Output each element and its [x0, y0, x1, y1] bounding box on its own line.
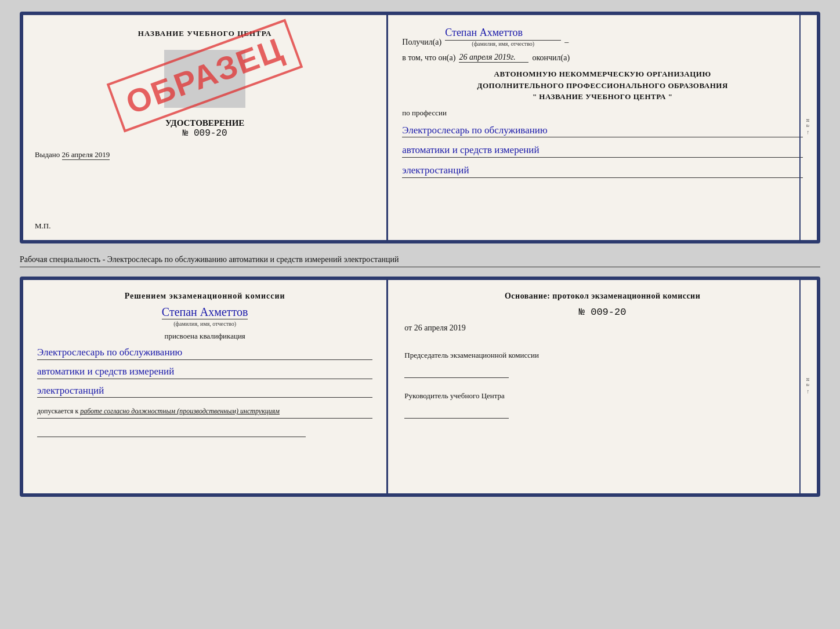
received-sub: (фамилия, имя, отчество) — [472, 41, 534, 47]
chairman-label: Председатель экзаменационной комиссии — [404, 350, 801, 361]
org-block: АВТОНОМНУЮ НЕКОММЕРЧЕСКУЮ ОРГАНИЗАЦИЮ ДО… — [402, 68, 803, 103]
profession-line2: автоматики и средств измерений — [402, 143, 803, 158]
allowed-row: допускается к работе согласно должностны… — [37, 407, 372, 419]
confirm-end: окончил(а) — [532, 53, 570, 63]
top-document: НАЗВАНИЕ УЧЕБНОГО ЦЕНТРА ОБРАЗЕЦ УДОСТОВ… — [20, 12, 820, 243]
issued-label: Выдано — [35, 150, 60, 159]
received-label: Получил(а) — [402, 38, 441, 47]
basis-title: Основание: протокол экзаменационной коми… — [404, 292, 801, 301]
issued-date: 26 апреля 2019 — [62, 150, 110, 160]
qual-line1: Электрослесарь по обслуживанию — [37, 346, 372, 360]
assigned-label: присвоена квалификация — [37, 332, 372, 341]
top-doc-left: НАЗВАНИЕ УЧЕБНОГО ЦЕНТРА ОБРАЗЕЦ УДОСТОВ… — [23, 15, 388, 240]
from-label: от — [404, 323, 412, 332]
stamp-placeholder — [164, 50, 245, 108]
institution-title-top: НАЗВАНИЕ УЧЕБНОГО ЦЕНТРА — [138, 29, 272, 38]
protocol-number: № 009-20 — [404, 307, 801, 318]
director-label: Руководитель учебного Центра — [404, 391, 801, 401]
allowed-label: допускается к — [37, 407, 78, 415]
mp-label: М.П. — [35, 221, 50, 231]
decision-title: Решением экзаменационной комиссии — [37, 292, 372, 301]
sidebar-marks-bottom: и а ← — [805, 378, 812, 395]
from-date: 26 апреля 2019 — [414, 323, 466, 332]
sidebar-marks: и а ← — [805, 119, 812, 136]
profession-line1: Электрослесарь по обслуживанию — [402, 123, 803, 138]
bottom-document: Решением экзаменационной комиссии Степан… — [20, 277, 820, 497]
confirm-text: в том, что он(а) — [402, 53, 455, 63]
confirm-date: 26 апреля 2019г. — [459, 53, 528, 63]
bottom-person-name: Степан Ахметтов — [162, 306, 248, 319]
issued-line: Выдано 26 апреля 2019 — [35, 150, 375, 159]
right-sidebar-top: и а ← — [799, 15, 817, 240]
right-sidebar-bottom: и а ← — [799, 280, 817, 493]
confirm-row: в том, что он(а) 26 апреля 2019г. окончи… — [402, 53, 803, 63]
chairman-signature-line — [404, 366, 509, 378]
certificate-title: УДОСТОВЕРЕНИЕ — [165, 118, 245, 128]
bottom-doc-left: Решением экзаменационной комиссии Степан… — [23, 280, 388, 493]
director-signature-line — [404, 407, 509, 419]
received-row: Получил(а) Степан Ахметтов (фамилия, имя… — [402, 27, 803, 47]
certificate-number: № 009-20 — [183, 128, 227, 139]
bottom-doc-right: Основание: протокол экзаменационной коми… — [388, 280, 817, 493]
from-date-row: от 26 апреля 2019 — [404, 323, 801, 333]
bottom-person-sub: (фамилия, имя, отчество) — [173, 321, 236, 327]
top-doc-right: Получил(а) Степан Ахметтов (фамилия, имя… — [388, 15, 817, 240]
qual-line2: автоматики и средств измерений — [37, 365, 372, 379]
dash-right: – — [564, 38, 569, 47]
middle-text: Рабочая специальность - Электрослесарь п… — [20, 253, 820, 267]
profession-label: по профессии — [402, 108, 803, 118]
allowed-value: работе согласно должностным (производств… — [80, 407, 280, 415]
profession-line3: электростанций — [402, 163, 803, 178]
org-line1: АВТОНОМНУЮ НЕКОММЕРЧЕСКУЮ ОРГАНИЗАЦИЮ — [402, 68, 803, 80]
org-line3: " НАЗВАНИЕ УЧЕБНОГО ЦЕНТРА " — [402, 91, 803, 103]
received-name: Степан Ахметтов — [445, 27, 561, 41]
qual-line3: электростанций — [37, 384, 372, 398]
org-line2: ДОПОЛНИТЕЛЬНОГО ПРОФЕССИОНАЛЬНОГО ОБРАЗО… — [402, 80, 803, 92]
